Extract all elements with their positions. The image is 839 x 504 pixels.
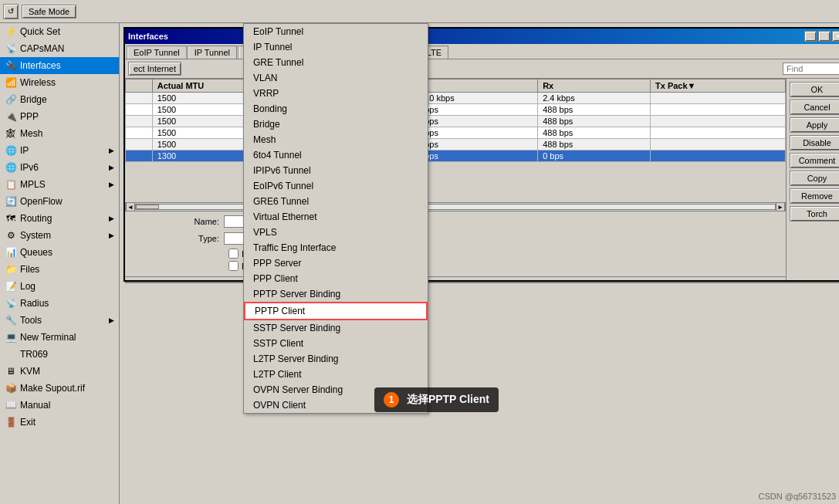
sidebar-item-quick-set[interactable]: ⚡ Quick Set bbox=[0, 23, 119, 40]
menu-item-virtual-ethernet[interactable]: Virtual Ethernet bbox=[244, 209, 428, 225]
sidebar-item-radius[interactable]: 📡 Radius bbox=[0, 295, 119, 312]
sidebar-arrow-icon: ▶ bbox=[109, 164, 114, 171]
sidebar-item-exit[interactable]: 🚪 Exit bbox=[0, 414, 119, 431]
window-main: Actual MTUL2 MTUTxRxTx Pack▼150048.0 kbp… bbox=[125, 79, 786, 280]
sidebar-item-system[interactable]: ⚙ System ▶ bbox=[0, 227, 119, 244]
sidebar-item-ppp[interactable]: 🔌 PPP bbox=[0, 108, 119, 125]
menu-item-l2tp-client[interactable]: L2TP Client bbox=[244, 367, 428, 382]
sidebar-arrow-icon: ▶ bbox=[109, 316, 114, 324]
sidebar-item-tools[interactable]: 🔧 Tools ▶ bbox=[0, 312, 119, 329]
sidebar-item-routing[interactable]: 🗺 Routing ▶ bbox=[0, 210, 119, 227]
apply-button[interactable]: Apply bbox=[790, 117, 839, 133]
sidebar-item-queues[interactable]: 📊 Queues bbox=[0, 244, 119, 261]
table-header-tx-pack[interactable]: Tx Pack▼ bbox=[651, 79, 786, 93]
sidebar: ⚡ Quick Set 📡 CAPsMAN 🔌 Interfaces 📶 Wir… bbox=[0, 23, 120, 504]
tab-eoip-tunnel[interactable]: EoIP Tunnel bbox=[127, 46, 187, 59]
sidebar-item-label: Routing bbox=[20, 213, 52, 224]
menu-item-ipipv6-tunnel[interactable]: IPIPv6 Tunnel bbox=[244, 163, 428, 178]
menu-item-gre-tunnel[interactable]: GRE Tunnel bbox=[244, 55, 428, 70]
menu-item-eoip-tunnel[interactable]: EoIP Tunnel bbox=[244, 24, 428, 39]
table-scroll[interactable]: Actual MTUL2 MTUTxRxTx Pack▼150048.0 kbp… bbox=[125, 79, 786, 202]
menu-item-sstp-client[interactable]: SSTP Client bbox=[244, 336, 428, 351]
menu-item-bonding[interactable]: Bonding bbox=[244, 101, 428, 117]
sidebar-item-capsman[interactable]: 📡 CAPsMAN bbox=[0, 40, 119, 57]
menu-item-vpls[interactable]: VPLS bbox=[244, 225, 428, 240]
top-toolbar: ↺ Safe Mode bbox=[0, 0, 839, 23]
torch-button[interactable]: Torch bbox=[790, 206, 839, 222]
copy-button[interactable]: Copy bbox=[790, 171, 839, 186]
sidebar-icon: 📶 bbox=[5, 76, 17, 89]
hscroll-right-button[interactable]: ► bbox=[776, 202, 785, 211]
table-header-tx[interactable]: Tx bbox=[412, 79, 537, 93]
sidebar-icon: 📖 bbox=[5, 399, 17, 411]
detail-label-name: Name: bbox=[131, 217, 224, 226]
cancel-button[interactable]: Cancel bbox=[790, 100, 839, 115]
sidebar-item-ip[interactable]: 🌐 IP ▶ bbox=[0, 142, 119, 159]
menu-item-eoipv6-tunnel[interactable]: EoIPv6 Tunnel bbox=[244, 178, 428, 194]
sidebar-item-kvm[interactable]: 🖥 KVM bbox=[0, 363, 119, 380]
menu-item-sstp-server-binding[interactable]: SSTP Server Binding bbox=[244, 320, 428, 336]
menu-item-bridge[interactable]: Bridge bbox=[244, 117, 428, 132]
sidebar-item-make-supout.rif[interactable]: 📦 Make Supout.rif bbox=[0, 380, 119, 397]
table-header-rx[interactable]: Rx bbox=[538, 79, 651, 93]
sidebar-item-new-terminal[interactable]: 💻 New Terminal bbox=[0, 329, 119, 346]
comment-button[interactable]: Comment bbox=[790, 153, 839, 168]
connect-internet-button[interactable]: ect Internet bbox=[128, 62, 181, 76]
sidebar-icon bbox=[5, 348, 17, 360]
sidebar-item-interfaces[interactable]: 🔌 Interfaces bbox=[0, 57, 119, 74]
dropdown-menu: EoIP TunnelIP TunnelGRE TunnelVLANVRRPBo… bbox=[243, 23, 428, 414]
sidebar-item-openflow[interactable]: 🔄 OpenFlow bbox=[0, 193, 119, 210]
sidebar-item-files[interactable]: 📁 Files bbox=[0, 261, 119, 278]
sidebar-item-wireless[interactable]: 📶 Wireless bbox=[0, 74, 119, 91]
table-row[interactable]: 13000 bps0 bps bbox=[126, 151, 786, 162]
sidebar-item-mpls[interactable]: 📋 MPLS ▶ bbox=[0, 176, 119, 193]
menu-item-traffic-eng-interface[interactable]: Traffic Eng Interface bbox=[244, 240, 428, 255]
window-title: Interfaces bbox=[128, 32, 168, 41]
close-button[interactable]: × bbox=[832, 31, 839, 42]
sidebar-item-tr069[interactable]: TR069 bbox=[0, 346, 119, 363]
sidebar-item-manual[interactable]: 📖 Manual bbox=[0, 397, 119, 414]
hscroll-thumb[interactable] bbox=[136, 205, 159, 209]
minimize-button[interactable]: _ bbox=[804, 31, 817, 42]
menu-item-pptp-client[interactable]: PPTP Client bbox=[244, 302, 428, 320]
content-area: Interfaces _ □ × EoIP TunnelIP TunnelGRE… bbox=[120, 23, 839, 504]
sidebar-arrow-icon: ▶ bbox=[109, 232, 114, 239]
sidebar-icon: 💻 bbox=[5, 331, 17, 343]
sidebar-item-ipv6[interactable]: 🌐 IPv6 ▶ bbox=[0, 159, 119, 176]
maximize-button[interactable]: □ bbox=[818, 31, 831, 42]
menu-item-mesh[interactable]: Mesh bbox=[244, 132, 428, 147]
menu-item-6to4-tunnel[interactable]: 6to4 Tunnel bbox=[244, 147, 428, 163]
sidebar-item-mesh[interactable]: 🕸 Mesh bbox=[0, 125, 119, 142]
menu-item-vlan[interactable]: VLAN bbox=[244, 70, 428, 86]
menu-item-vrrp[interactable]: VRRP bbox=[244, 86, 428, 101]
table-row[interactable]: 15000 bps488 bps bbox=[126, 116, 786, 127]
table-header-[interactable] bbox=[126, 79, 153, 93]
sidebar-item-label: Bridge bbox=[20, 94, 47, 105]
menu-item-l2tp-server-binding[interactable]: L2TP Server Binding bbox=[244, 351, 428, 367]
safe-mode-button[interactable]: Safe Mode bbox=[22, 5, 76, 19]
hscroll-left-button[interactable]: ◄ bbox=[126, 202, 135, 211]
table-row[interactable]: 15000 bps488 bps bbox=[126, 104, 786, 116]
sidebar-item-label: Radius bbox=[20, 298, 49, 309]
menu-item-gre6-tunnel[interactable]: GRE6 Tunnel bbox=[244, 194, 428, 209]
disable-button[interactable]: Disable bbox=[790, 135, 839, 151]
hscroll[interactable]: ◄ ► bbox=[125, 202, 786, 211]
sidebar-item-label: Exit bbox=[20, 417, 36, 428]
table-row[interactable]: 15000 bps488 bps bbox=[126, 127, 786, 139]
refresh-button[interactable]: ↺ bbox=[3, 4, 19, 19]
remove-button[interactable]: Remove bbox=[790, 188, 839, 204]
table-row[interactable]: 150048.0 kbps2.4 kbps bbox=[126, 93, 786, 104]
checkbox-igmp-snooping[interactable] bbox=[228, 249, 239, 259]
sidebar-item-log[interactable]: 📝 Log bbox=[0, 278, 119, 295]
ok-button[interactable]: OK bbox=[790, 82, 839, 97]
sidebar-item-bridge[interactable]: 🔗 Bridge bbox=[0, 91, 119, 108]
find-input[interactable] bbox=[783, 63, 839, 75]
checkbox-fast-forward-input[interactable] bbox=[228, 261, 239, 271]
menu-item-pptp-server-binding[interactable]: PPTP Server Binding bbox=[244, 286, 428, 302]
menu-item-ppp-server[interactable]: PPP Server bbox=[244, 255, 428, 271]
sidebar-item-label: Queues bbox=[20, 247, 52, 258]
menu-item-ppp-client[interactable]: PPP Client bbox=[244, 271, 428, 286]
menu-item-ip-tunnel[interactable]: IP Tunnel bbox=[244, 39, 428, 55]
tab-ip-tunnel[interactable]: IP Tunnel bbox=[188, 46, 237, 59]
table-row[interactable]: 15000 bps488 bps bbox=[126, 139, 786, 151]
